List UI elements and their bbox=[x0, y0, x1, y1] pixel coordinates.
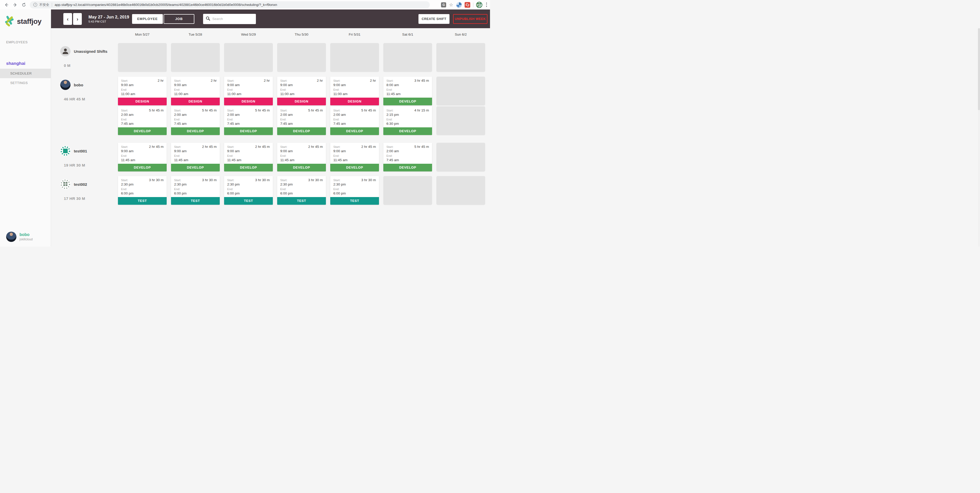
shift-job-badge[interactable]: DEVELOP bbox=[118, 164, 167, 171]
shift-card[interactable]: Start:5 hr 45 m2:00 amEnd:7:45 amDEVELOP bbox=[171, 106, 220, 135]
row-weekly-hours: 19 HR 30 M bbox=[64, 163, 118, 167]
shift-job-badge[interactable]: DEVELOP bbox=[383, 127, 432, 135]
bookmark-star-icon[interactable]: ☆ bbox=[449, 3, 453, 7]
shift-job-badge[interactable]: DESIGN bbox=[118, 98, 167, 105]
shift-card[interactable]: Start:5 hr 45 m2:00 amEnd:7:45 amDEVELOP bbox=[224, 106, 273, 135]
job-view-toggle[interactable]: JOB bbox=[164, 14, 194, 24]
shift-card[interactable]: Start:3 hr 30 m2:30 pmEnd:6:00 pmTEST bbox=[171, 176, 220, 205]
unpublish-week-button[interactable]: UNPUBLISH WEEK bbox=[453, 14, 487, 24]
shift-card[interactable]: Start:2 hr 45 m9:00 amEnd:11:45 amDEVELO… bbox=[118, 143, 167, 171]
extension-icon-red[interactable] bbox=[465, 2, 470, 8]
day-cell: Start:2 hr9:00 amEnd:11:00 amDESIGNStart… bbox=[277, 77, 330, 135]
shift-job-badge[interactable]: DESIGN bbox=[277, 98, 326, 105]
shift-card[interactable]: Start:5 hr 45 m2:00 amEnd:7:45 amDEVELOP bbox=[118, 106, 167, 135]
shift-duration: 3 hr 30 m bbox=[202, 178, 217, 182]
shift-job-badge[interactable]: DEVELOP bbox=[171, 164, 220, 171]
shift-card[interactable]: Start:3 hr 30 m2:30 pmEnd:6:00 pmTEST bbox=[277, 176, 326, 205]
sidebar-user[interactable]: bobo jskillcloud bbox=[6, 231, 33, 242]
shift-card[interactable]: Start:2 hr9:00 amEnd:11:00 amDESIGN bbox=[171, 77, 220, 105]
shift-card[interactable]: Start:3 hr 30 m2:30 pmEnd:6:00 pmTEST bbox=[224, 176, 273, 205]
shift-job-badge[interactable]: DESIGN bbox=[224, 98, 273, 105]
shift-job-badge[interactable]: DEVELOP bbox=[383, 98, 432, 105]
sidebar-item-settings[interactable]: SETTINGS bbox=[0, 78, 51, 88]
empty-shift-placeholder bbox=[277, 43, 326, 72]
shift-card[interactable]: Start:2 hr9:00 amEnd:11:00 amDESIGN bbox=[224, 77, 273, 105]
shift-start-time: 9:00 am bbox=[227, 149, 270, 153]
prev-week-button[interactable]: ‹ bbox=[63, 13, 72, 25]
day-cell: Start:2 hr 45 m9:00 amEnd:11:45 amDEVELO… bbox=[330, 143, 383, 171]
shift-end-time: 6:00 pm bbox=[121, 191, 164, 195]
shift-end-label: End: bbox=[387, 117, 429, 122]
translate-icon[interactable]: G bbox=[441, 2, 446, 8]
shift-job-badge[interactable]: DEVELOP bbox=[224, 127, 273, 135]
shift-job-badge[interactable]: TEST bbox=[171, 197, 220, 205]
extension-icon-blue[interactable] bbox=[456, 2, 462, 8]
shift-card[interactable]: Start:5 hr 45 m2:00 amEnd:7:45 amDEVELOP bbox=[330, 106, 379, 135]
shift-job-badge[interactable]: DEVELOP bbox=[277, 127, 326, 135]
shift-start-time: 2:00 am bbox=[121, 113, 164, 117]
shift-end-time: 6:00 pm bbox=[333, 191, 376, 195]
shift-card[interactable]: Start:2 hr 45 m9:00 amEnd:11:45 amDEVELO… bbox=[171, 143, 220, 171]
sidebar-team-name[interactable]: shanghai bbox=[0, 58, 51, 69]
day-cell: Start:3 hr 45 m8:00 amEnd:11:45 amDEVELO… bbox=[383, 77, 436, 135]
shift-job-badge[interactable]: TEST bbox=[330, 197, 379, 205]
staffjoy-logo[interactable]: staffjoy bbox=[0, 10, 51, 28]
create-shift-button[interactable]: CREATE SHIFT bbox=[418, 14, 450, 24]
shift-job-badge[interactable]: DEVELOP bbox=[118, 127, 167, 135]
shift-card[interactable]: Start:4 hr 15 m2:15 pmEnd:6:30 pmDEVELOP bbox=[383, 106, 432, 135]
shift-start-time: 9:00 am bbox=[174, 149, 217, 153]
shift-card[interactable]: Start:3 hr 30 m2:30 pmEnd:6:00 pmTEST bbox=[118, 176, 167, 205]
sidebar-item-scheduler[interactable]: SCHEDULER bbox=[0, 69, 51, 78]
shift-card[interactable]: Start:2 hr 45 m9:00 amEnd:11:45 amDEVELO… bbox=[330, 143, 379, 171]
browser-back-icon[interactable] bbox=[2, 3, 11, 7]
shift-card[interactable]: Start:2 hr9:00 amEnd:11:00 amDESIGN bbox=[277, 77, 326, 105]
sidebar-item-employees[interactable]: EMPLOYEES bbox=[0, 38, 51, 47]
employee-view-toggle[interactable]: EMPLOYEE bbox=[132, 14, 163, 24]
shift-card[interactable]: Start:5 hr 45 m2:00 amEnd:7:45 amDEVELOP bbox=[277, 106, 326, 135]
browser-reload-icon[interactable] bbox=[19, 3, 28, 7]
shift-job-badge[interactable]: TEST bbox=[224, 197, 273, 205]
shift-start-label: Start: bbox=[333, 178, 340, 182]
shift-card[interactable]: Start:3 hr 30 m2:30 pmEnd:6:00 pmTEST bbox=[330, 176, 379, 205]
shift-job-badge[interactable]: DEVELOP bbox=[277, 164, 326, 171]
address-bar[interactable]: i 不安全 app.staffjoy-v2.local/#/companies/… bbox=[30, 1, 430, 8]
shift-start-time: 9:00 am bbox=[121, 149, 164, 153]
browser-menu-icon[interactable] bbox=[485, 3, 488, 7]
chevron-left-icon: ‹ bbox=[67, 16, 69, 22]
shift-job-badge[interactable]: TEST bbox=[118, 197, 167, 205]
day-header: Tue 5/28 bbox=[171, 33, 220, 36]
shift-job-badge[interactable]: DEVELOP bbox=[330, 164, 379, 171]
shift-duration: 2 hr 45 m bbox=[202, 145, 217, 149]
shift-end-label: End: bbox=[174, 187, 217, 191]
next-week-button[interactable]: › bbox=[73, 13, 82, 25]
search-icon bbox=[206, 16, 210, 22]
shift-card[interactable]: Start:2 hr9:00 amEnd:11:00 amDESIGN bbox=[118, 77, 167, 105]
shift-end-time: 7:45 am bbox=[227, 122, 270, 126]
shift-job-badge[interactable]: DEVELOP bbox=[171, 127, 220, 135]
day-header: Wed 5/29 bbox=[224, 33, 273, 36]
shift-start-label: Start: bbox=[280, 145, 287, 149]
shift-end-label: End: bbox=[174, 88, 217, 92]
shift-duration: 5 hr 45 m bbox=[149, 108, 164, 112]
shift-job-badge[interactable]: DESIGN bbox=[171, 98, 220, 105]
browser-forward-icon[interactable] bbox=[11, 3, 19, 7]
shift-job-badge[interactable]: DEVELOP bbox=[224, 164, 273, 171]
shift-card[interactable]: Start:2 hr 45 m9:00 amEnd:11:45 amDEVELO… bbox=[224, 143, 273, 171]
day-cell: Start:3 hr 30 m2:30 pmEnd:6:00 pmTEST bbox=[118, 176, 171, 205]
shift-job-badge[interactable]: DEVELOP bbox=[383, 164, 432, 171]
shift-card[interactable]: Start:2 hr 45 m9:00 amEnd:11:45 amDEVELO… bbox=[277, 143, 326, 171]
shift-card[interactable]: Start:3 hr 45 m8:00 amEnd:11:45 amDEVELO… bbox=[383, 77, 432, 105]
shift-end-label: End: bbox=[227, 187, 270, 191]
shift-end-label: End: bbox=[333, 154, 376, 158]
info-icon[interactable]: i bbox=[33, 3, 37, 7]
shift-start-label: Start: bbox=[121, 109, 128, 113]
search-box[interactable] bbox=[203, 14, 256, 24]
shift-job-badge[interactable]: TEST bbox=[277, 197, 326, 205]
search-input[interactable] bbox=[212, 17, 251, 21]
shift-job-badge[interactable]: DESIGN bbox=[330, 98, 379, 105]
shift-start-label: Start: bbox=[387, 79, 393, 83]
shift-card[interactable]: Start:2 hr9:00 amEnd:11:00 amDESIGN bbox=[330, 77, 379, 105]
shift-job-badge[interactable]: DEVELOP bbox=[330, 127, 379, 135]
extension-icon-green[interactable]: 微掘课艺 bbox=[476, 2, 482, 8]
shift-card[interactable]: Start:5 hr 45 m2:00 amEnd:7:45 amDEVELOP bbox=[383, 143, 432, 171]
